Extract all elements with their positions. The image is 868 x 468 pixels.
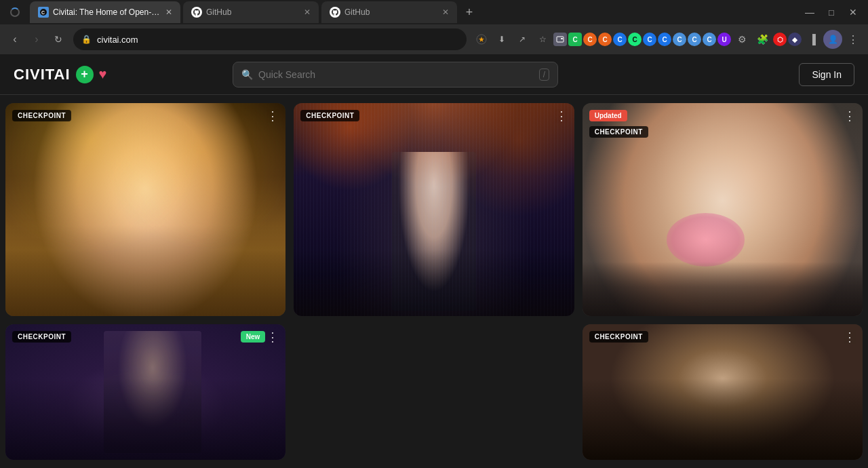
extension-blue6[interactable]: C: [703, 33, 716, 46]
card-menu-3[interactable]: ⋮: [844, 110, 856, 122]
card-dreamshaper-image: CHECKPOINT ⋮ 🎨: [5, 103, 285, 316]
dreamshaper-portrait: [5, 103, 285, 316]
extension-orange1[interactable]: C: [583, 33, 597, 46]
browser-navbar: ‹ › ↻ 🔒 ⬇ ↗ ☆ C C C: [0, 24, 868, 54]
tab-github2-title: GitHub: [344, 7, 370, 17]
extension-red[interactable]: ⬡: [773, 33, 787, 46]
search-input[interactable]: [258, 69, 534, 80]
updated-badge: Updated: [589, 110, 627, 121]
sidebar-toggle[interactable]: ▐: [803, 30, 822, 49]
search-icon: 🔍: [241, 69, 253, 80]
nav-icons: ⬇ ↗ ☆ C C C C C C C C C C U ⚙ 🧩 ⬡ ◆ ▐: [472, 30, 863, 49]
sign-in-button[interactable]: Sign In: [799, 63, 854, 86]
extension-wallet[interactable]: [553, 33, 567, 46]
favorites-icon[interactable]: ♥: [99, 66, 107, 82]
new-badge: New: [241, 331, 266, 343]
browser-tab-github1[interactable]: GitHub ✕: [183, 1, 319, 23]
card-menu-4[interactable]: ⋮: [267, 331, 279, 343]
card-partial-2-image: CHECKPOINT ⋮: [583, 324, 863, 460]
address-input[interactable]: [97, 35, 453, 45]
card-dreamshaper[interactable]: CHECKPOINT ⋮ 🎨 DreamShaper ★★★★★ 744 ♥ 4…: [5, 103, 285, 316]
browser-chrome: C Civitai: The Home of Open-So... ✕ GitH…: [0, 0, 868, 54]
checkpoint-badge-4: CHECKPOINT: [12, 331, 71, 343]
extension-blue3[interactable]: C: [658, 33, 671, 46]
app-header: CIVITAI + ♥ 🔍 / Sign In: [0, 54, 868, 95]
extension-civitai[interactable]: C: [568, 33, 582, 46]
forward-button[interactable]: ›: [27, 30, 46, 49]
share-icon[interactable]: ↗: [513, 30, 532, 49]
browser-tab-civitai[interactable]: C Civitai: The Home of Open-So... ✕: [30, 1, 180, 23]
browser-tab-github2[interactable]: GitHub ✕: [321, 1, 457, 23]
card-menu-2[interactable]: ⋮: [555, 110, 568, 122]
github2-favicon: [330, 7, 340, 18]
maximize-button[interactable]: □: [822, 3, 841, 22]
more-options[interactable]: ⋮: [844, 30, 863, 49]
browser-tabbar: C Civitai: The Home of Open-So... ✕ GitH…: [0, 0, 868, 24]
card-partial-1-image: CHECKPOINT New ⋮: [5, 324, 285, 460]
partial-2-bg: [583, 324, 863, 460]
address-bar[interactable]: 🔒: [73, 28, 467, 50]
card-epic-image: Updated CHECKPOINT ⋮ 👤: [583, 103, 863, 316]
extension-blue1[interactable]: C: [613, 33, 627, 46]
checkpoint-badge-5: CHECKPOINT: [589, 331, 648, 343]
reload-button[interactable]: ↻: [49, 30, 68, 49]
svg-rect-3: [557, 37, 564, 42]
tab-civitai-title: Civitai: The Home of Open-So...: [53, 7, 161, 17]
partial-1-bg: [5, 324, 285, 460]
tab-close-github1[interactable]: ✕: [304, 7, 311, 17]
extension-purple[interactable]: U: [717, 33, 731, 46]
search-shortcut: /: [539, 69, 549, 81]
card-menu-1[interactable]: ⋮: [267, 110, 279, 122]
star-icon[interactable]: ☆: [533, 30, 552, 49]
download-icon[interactable]: ⬇: [492, 30, 511, 49]
checkpoint-badge-2: CHECKPOINT: [300, 110, 359, 121]
settings-icon[interactable]: ⚙: [732, 30, 751, 49]
extension-blue2[interactable]: C: [643, 33, 656, 46]
app-content: CIVITAI + ♥ 🔍 / Sign In CHECKPOINT ⋮ 🎨 D…: [0, 54, 868, 468]
google-icon[interactable]: [472, 30, 491, 49]
svg-text:C: C: [41, 10, 45, 15]
back-button[interactable]: ‹: [5, 30, 24, 49]
tab-loading-spinner: [5, 3, 24, 22]
browser-controls: [5, 3, 24, 22]
logo-text: CIVITAI: [14, 66, 71, 83]
close-button[interactable]: ✕: [844, 3, 863, 22]
new-tab-button[interactable]: +: [460, 3, 479, 22]
card-epicrealism[interactable]: Updated CHECKPOINT ⋮ 👤 epiCRealism ★★★★★…: [583, 103, 863, 316]
extension-diamond[interactable]: ◆: [788, 33, 802, 46]
extension-green[interactable]: C: [628, 33, 642, 46]
tab-close-civitai[interactable]: ✕: [165, 7, 172, 17]
card-partial-1[interactable]: CHECKPOINT New ⋮: [5, 324, 285, 460]
card-partial-2[interactable]: CHECKPOINT ⋮: [583, 324, 863, 460]
logo: CIVITAI + ♥: [14, 66, 106, 83]
tab-close-github2[interactable]: ✕: [442, 7, 449, 17]
svg-rect-4: [561, 38, 563, 39]
extension-icon[interactable]: 🧩: [753, 30, 772, 49]
profile-button[interactable]: 👤: [823, 30, 842, 49]
cetus-portrait: [294, 103, 574, 316]
lock-icon: 🔒: [81, 35, 92, 44]
minimize-button[interactable]: —: [800, 3, 819, 22]
tab-github1-title: GitHub: [206, 7, 231, 17]
extension-blue5[interactable]: C: [688, 33, 701, 46]
checkpoint-badge-1: CHECKPOINT: [12, 110, 71, 121]
extension-orange2[interactable]: C: [598, 33, 612, 46]
cards-grid: CHECKPOINT ⋮ 🎨 DreamShaper ★★★★★ 744 ♥ 4…: [0, 95, 868, 468]
github1-favicon: [191, 7, 202, 18]
civitai-favicon: C: [38, 7, 49, 18]
create-button[interactable]: +: [76, 66, 94, 83]
card-menu-5[interactable]: ⋮: [844, 331, 856, 343]
search-bar[interactable]: 🔍 /: [233, 62, 558, 87]
card-cetus-mix[interactable]: CHECKPOINT ⋮ 🌙 Cetus-Mix ★★★★★ 242 ♥ 2.7…: [294, 103, 574, 316]
checkpoint-badge-3: CHECKPOINT: [589, 126, 648, 138]
extension-blue4[interactable]: C: [673, 33, 686, 46]
card-cetus-image: CHECKPOINT ⋮ 🌙: [294, 103, 574, 316]
